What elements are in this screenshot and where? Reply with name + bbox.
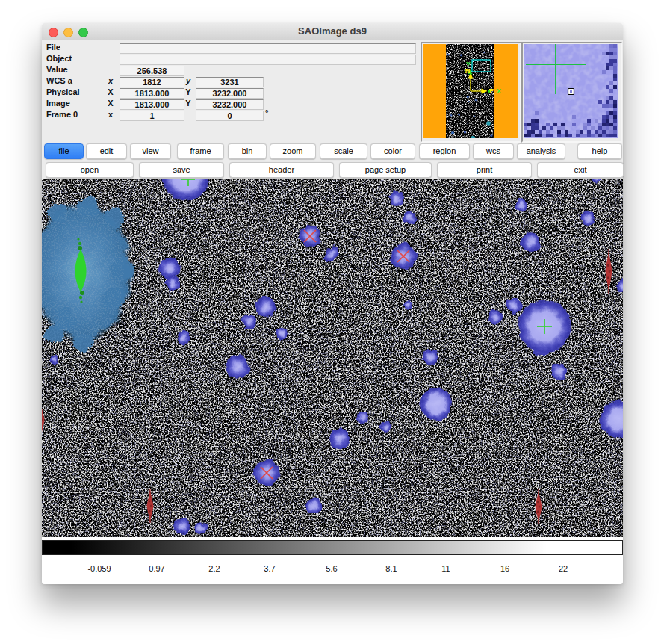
- svg-text:X: X: [497, 87, 501, 95]
- svg-text:E: E: [489, 87, 494, 95]
- svg-text:N: N: [465, 67, 471, 75]
